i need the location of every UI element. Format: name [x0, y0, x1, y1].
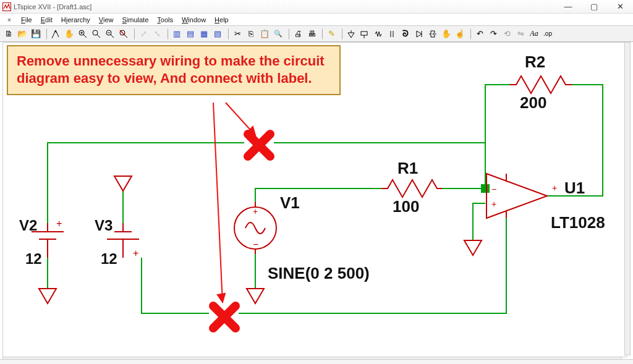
paste-icon[interactable]: 📋 — [258, 28, 271, 40]
zoom-full-icon[interactable] — [117, 28, 130, 40]
svg-text:+: + — [253, 206, 258, 216]
menu-tools[interactable]: Tools — [153, 15, 177, 25]
tile1-icon[interactable]: ▥ — [171, 28, 183, 40]
window-maximize-button[interactable]: ▢ — [581, 0, 607, 14]
sep — [132, 28, 135, 40]
r1-name[interactable]: R1 — [397, 159, 418, 178]
toolbar: 🗎 📂 💾 ✋ ⤢ ⤡ ▥ ▤ ▦ ▧ ✂ ⎘ 📋 🔍 🖨 🖶 ✎ ᘐ — [0, 26, 633, 42]
wire-icon[interactable]: ✎ — [325, 28, 338, 40]
undo-icon[interactable]: ↶ — [474, 28, 486, 40]
sep — [45, 28, 47, 40]
tile4-icon[interactable]: ▧ — [211, 28, 224, 40]
svg-text:−: − — [253, 239, 258, 250]
u1-name[interactable]: U1 — [564, 179, 585, 198]
open-icon[interactable]: 📂 — [16, 28, 28, 40]
zoom-out-icon[interactable] — [104, 28, 116, 40]
scrollbar-vertical[interactable] — [624, 42, 631, 355]
zoom-pan-icon[interactable] — [90, 28, 103, 40]
window-minimize-button[interactable]: — — [555, 0, 581, 14]
svg-text:+: + — [552, 183, 557, 193]
u1-value[interactable]: LT1028 — [551, 213, 605, 232]
find-icon[interactable]: 🔍 — [272, 28, 284, 40]
svg-rect-4 — [361, 32, 367, 35]
menu-hierarchy[interactable]: Hierarchy — [57, 15, 94, 25]
autorange-y-icon[interactable]: ⤡ — [151, 28, 163, 40]
v3-value[interactable]: 12 — [101, 250, 117, 268]
capacitor-icon[interactable] — [386, 28, 398, 40]
doc-close-icon[interactable]: × — [5, 16, 14, 23]
svg-text:+: + — [56, 218, 62, 229]
cut-icon[interactable]: ✂ — [231, 28, 244, 40]
menu-edit[interactable]: Edit — [37, 15, 56, 25]
menu-window[interactable]: Window — [178, 15, 210, 25]
rotate-icon[interactable]: ⟲ — [501, 28, 513, 40]
tile2-icon[interactable]: ▤ — [184, 28, 197, 40]
svg-text:−: − — [491, 184, 496, 194]
autorange-x-icon[interactable]: ⤢ — [137, 28, 150, 40]
app-icon — [2, 2, 11, 11]
print-setup-icon[interactable]: 🖶 — [305, 28, 318, 40]
sep — [226, 28, 229, 40]
tile3-icon[interactable]: ▦ — [198, 28, 210, 40]
sep — [340, 28, 342, 40]
menu-simulate[interactable]: Simulate — [118, 15, 152, 25]
sep — [320, 28, 323, 40]
inductor-icon[interactable]: ᘐ — [399, 28, 412, 40]
component-icon[interactable] — [427, 28, 439, 40]
new-icon[interactable]: 🗎 — [2, 28, 15, 40]
r2-name[interactable]: R2 — [525, 53, 545, 72]
print-icon[interactable]: 🖨 — [292, 28, 304, 40]
titlebar: LTspice XVII - [Draft1.asc] — ▢ ✕ — [0, 0, 633, 14]
svg-text:+: + — [133, 248, 138, 258]
v2-name[interactable]: V2 — [19, 217, 37, 234]
copy-icon[interactable]: ⎘ — [245, 28, 257, 40]
r2-symbol — [510, 76, 572, 93]
window-close-button[interactable]: ✕ — [607, 0, 633, 14]
annotation-note: Remove unnecessary wiring to make the ci… — [7, 45, 341, 95]
run-icon[interactable] — [49, 28, 62, 40]
text-icon[interactable]: Aa — [528, 28, 540, 40]
sep — [166, 28, 168, 40]
opamp-symbol: − + + — [486, 174, 557, 218]
v3-name[interactable]: V3 — [95, 217, 113, 234]
r1-value[interactable]: 100 — [393, 197, 419, 216]
svg-point-1 — [93, 30, 98, 35]
save-icon[interactable]: 💾 — [30, 28, 42, 40]
move-icon[interactable]: ✋ — [440, 28, 452, 40]
schematic-canvas[interactable]: + + + − − + — [2, 42, 627, 357]
r1-symbol — [381, 180, 442, 197]
redo-icon[interactable]: ↷ — [487, 28, 499, 40]
sep — [469, 28, 471, 40]
v1-name[interactable]: V1 — [280, 193, 300, 213]
zoom-in-icon[interactable] — [77, 28, 89, 40]
spice-directive-icon[interactable]: .op — [542, 28, 554, 40]
ground-symbols — [39, 176, 482, 303]
svg-marker-7 — [218, 294, 225, 302]
statusbar — [0, 359, 633, 364]
mirror-icon[interactable]: ⇋ — [514, 28, 527, 40]
resistor-icon[interactable] — [372, 28, 384, 40]
sep — [287, 28, 289, 40]
menu-view[interactable]: View — [95, 15, 117, 25]
v1-value[interactable]: SINE(0 2 500) — [268, 264, 370, 283]
label-icon[interactable] — [359, 28, 371, 40]
svg-text:+: + — [491, 199, 496, 209]
v2-value[interactable]: 12 — [25, 250, 42, 268]
drag-icon[interactable]: ☝ — [454, 28, 466, 40]
menubar: × File Edit Hierarchy View Simulate Tool… — [0, 14, 633, 26]
menu-file[interactable]: File — [17, 15, 36, 25]
diode-icon[interactable] — [413, 28, 425, 40]
gnd-icon[interactable] — [345, 28, 357, 40]
v1-symbol: + − — [234, 202, 276, 254]
halt-icon[interactable]: ✋ — [63, 28, 75, 40]
window-title: LTspice XVII - [Draft1.asc] — [14, 3, 91, 11]
r2-value[interactable]: 200 — [520, 93, 546, 112]
menu-help[interactable]: Help — [211, 15, 232, 25]
